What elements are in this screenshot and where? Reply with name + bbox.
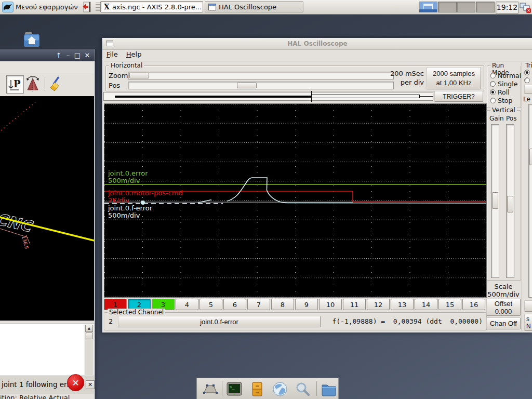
taskbar-window-halscope[interactable]: HAL Oscilloscope xyxy=(205,1,303,12)
gain-slider[interactable] xyxy=(491,124,499,278)
taskbar: Μενού εφαρμογών X axis.ngc - AXIS 2.8.0-… xyxy=(0,0,532,15)
record-progress-bar xyxy=(103,92,433,101)
trigger-frame-label-clipped: Tri xyxy=(525,62,532,69)
workspace-2[interactable] xyxy=(438,2,457,12)
minimize-button[interactable]: – xyxy=(63,49,73,61)
clock: 19:12 xyxy=(496,2,518,14)
file-cabinet-icon[interactable] xyxy=(249,381,265,397)
axis-titlebar[interactable]: ↑ – □ ✕ xyxy=(0,49,95,61)
desktop: { "taskbar": { "app_menu_label": "Μενού … xyxy=(0,0,532,399)
axis-menubar xyxy=(0,61,95,74)
samples-button[interactable]: 2000 samples at 1,00 KHz xyxy=(427,67,481,89)
search-magnifier-icon[interactable] xyxy=(295,381,311,397)
pretrigger-outline xyxy=(311,95,420,98)
hal-titlebar[interactable]: HAL Oscilloscope xyxy=(102,38,532,50)
level-slider[interactable] xyxy=(528,104,532,298)
workspace-4[interactable] xyxy=(476,2,495,12)
channel-button-5[interactable]: 5 xyxy=(200,299,222,310)
pos-slider[interactable] xyxy=(128,82,394,89)
scrollbar-up-arrow[interactable]: ▲ xyxy=(85,325,93,332)
close-button[interactable]: ✕ xyxy=(83,49,92,61)
home-folder-desktop-icon[interactable] xyxy=(23,32,41,48)
channel-button-7[interactable]: 7 xyxy=(247,299,270,310)
channel-button-14[interactable]: 14 xyxy=(415,299,437,310)
channel-source-button[interactable]: joint.0.f-error xyxy=(118,316,321,327)
scrollbar-thumb[interactable] xyxy=(86,332,92,339)
clipped-button-lower[interactable]: s N xyxy=(524,314,532,331)
error-icon: ✕ xyxy=(67,374,84,391)
vertical-frame: Vertical Gain Pos xyxy=(487,110,521,281)
window-icon xyxy=(208,4,216,10)
window-menu-icon[interactable] xyxy=(106,41,113,46)
error-close-button[interactable]: ✕ xyxy=(86,380,95,389)
channel-button-10[interactable]: 10 xyxy=(319,299,342,310)
preview-p-icon[interactable]: P xyxy=(6,75,24,94)
menu-help[interactable]: Help xyxy=(122,49,146,58)
terminal-icon[interactable]: >_ xyxy=(226,381,243,397)
trigger-source-button-clipped[interactable] xyxy=(524,85,532,94)
applications-menu-button[interactable]: Μενού εφαρμογών xyxy=(16,0,78,14)
workspace-1[interactable] xyxy=(419,2,437,12)
run-mode-radio-stop[interactable] xyxy=(490,98,496,103)
rotate-view-cone-icon[interactable] xyxy=(25,75,41,94)
oscilloscope-display[interactable]: joint.0.error500m/divjoint.0.motor-pos-c… xyxy=(104,103,487,298)
channel-button-11[interactable]: 11 xyxy=(343,299,366,310)
chan-off-button[interactable]: Chan Off xyxy=(486,317,521,329)
pos-slider-handle[interactable] xyxy=(237,83,257,88)
menu-file[interactable]: File xyxy=(102,49,122,58)
axis-preview-plot[interactable]: CNC 136.5 xyxy=(0,96,94,321)
channel-button-6[interactable]: 6 xyxy=(223,299,246,310)
gain-slider-handle[interactable] xyxy=(492,192,498,209)
trigger-button[interactable]: TRIGGER? xyxy=(434,91,483,102)
progress-tail-line xyxy=(420,96,433,97)
web-browser-globe-icon[interactable] xyxy=(272,381,288,397)
show-desktop-icon[interactable] xyxy=(202,381,219,397)
taskbar-window-halscope-label: HAL Oscilloscope xyxy=(219,3,276,11)
run-mode-option-label: Single xyxy=(498,81,517,88)
run-mode-radio-normal[interactable] xyxy=(490,73,496,78)
axis-status-text: ition: Relative Actual xyxy=(0,394,94,399)
channel-button-12[interactable]: 12 xyxy=(367,299,390,310)
trigger-mode-radio-2[interactable] xyxy=(524,77,530,83)
scope-channel-label-joint.0.f-error: joint.0.f-error500m/div xyxy=(108,205,152,219)
channel-button-13[interactable]: 13 xyxy=(391,299,414,310)
channel-button-8[interactable]: 8 xyxy=(271,299,294,310)
vpos-slider[interactable] xyxy=(506,124,514,278)
axis-error-bar: joint 1 following error ✕ ✕ xyxy=(0,376,94,394)
workspace-3[interactable] xyxy=(457,2,475,12)
logout-icon[interactable] xyxy=(82,2,91,12)
panel-grip[interactable] xyxy=(98,3,100,11)
axis-x-icon: X xyxy=(104,3,110,11)
run-mode-option-label: Normal xyxy=(498,72,521,79)
clipped-line2: N xyxy=(526,323,532,330)
clipped-button-upper[interactable] xyxy=(524,300,532,312)
clear-plot-broom-icon[interactable] xyxy=(48,75,64,94)
run-mode-radio-roll[interactable] xyxy=(490,89,496,95)
zoom-slider-handle[interactable] xyxy=(129,73,149,78)
zoom-slider[interactable] xyxy=(128,72,394,79)
trigger-mode-radio-1[interactable] xyxy=(524,70,530,75)
file-manager-folder-icon[interactable] xyxy=(321,381,337,397)
network-status-icon[interactable]: ✕ xyxy=(519,1,531,13)
offset-button[interactable]: Offset 0.000 xyxy=(486,299,521,316)
run-mode-radio-single[interactable] xyxy=(490,81,496,87)
channel-button-9[interactable]: 9 xyxy=(295,299,318,310)
channel-button-16[interactable]: 16 xyxy=(462,299,485,310)
applications-menu-icon[interactable] xyxy=(2,2,14,12)
run-mode-option-label: Roll xyxy=(498,89,510,96)
workspace-pager xyxy=(419,0,496,14)
vpos-slider-handle[interactable] xyxy=(507,196,513,212)
scale-label: Scale xyxy=(487,283,520,290)
taskbar-window-axis[interactable]: X axis.ngc - AXIS 2.8.0-pre... xyxy=(100,1,203,12)
selected-channel-label: Selected Channel xyxy=(108,309,165,316)
scope-channel-label-joint.0.error: joint.0.error500m/div xyxy=(108,170,148,184)
window-title: HAL Oscilloscope xyxy=(102,38,532,49)
maximize-button[interactable]: □ xyxy=(73,49,82,61)
scrollbar[interactable]: ▲ xyxy=(85,325,94,375)
channel-button-4[interactable]: 4 xyxy=(176,299,198,310)
run-mode-frame: Run Mode NormalSingleRollStop xyxy=(487,65,521,108)
channel-button-15[interactable]: 15 xyxy=(438,299,461,310)
level-slider-handle[interactable] xyxy=(529,149,532,165)
shade-window-button[interactable]: ↑ xyxy=(54,49,63,61)
svg-text:P: P xyxy=(14,78,21,89)
